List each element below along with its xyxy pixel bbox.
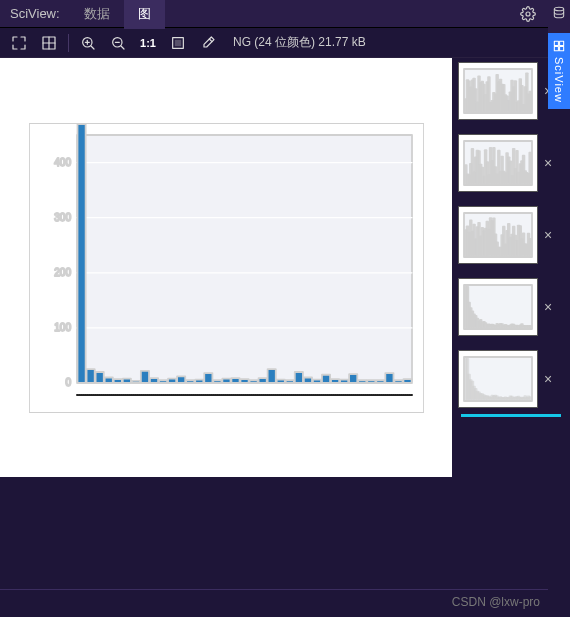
svg-rect-29 bbox=[149, 378, 157, 383]
svg-rect-57 bbox=[403, 379, 411, 383]
svg-line-11 bbox=[121, 46, 124, 49]
svg-rect-34 bbox=[195, 379, 203, 382]
svg-rect-48 bbox=[321, 374, 329, 382]
svg-rect-270 bbox=[554, 41, 558, 45]
svg-rect-30 bbox=[158, 380, 166, 383]
watermark-text: CSDN @lxw-pro bbox=[452, 595, 540, 609]
status-text: NG (24 位颜色) 21.77 kB bbox=[233, 34, 366, 51]
svg-rect-53 bbox=[367, 380, 375, 383]
main-histogram-chart: 0100200300400 bbox=[29, 123, 424, 413]
toolbar: 1:1 NG (24 位颜色) 21.77 kB bbox=[0, 28, 570, 58]
thumbnail-close-icon[interactable]: × bbox=[538, 350, 558, 408]
svg-rect-28 bbox=[140, 370, 148, 382]
svg-rect-23 bbox=[95, 371, 103, 382]
settings-icon[interactable] bbox=[514, 0, 542, 28]
thumbnail-close-icon[interactable]: × bbox=[538, 278, 558, 336]
tab-plot[interactable]: 图 bbox=[124, 0, 165, 29]
svg-rect-50 bbox=[340, 379, 348, 382]
svg-text:200: 200 bbox=[54, 266, 71, 277]
thumbnail-item[interactable] bbox=[458, 62, 538, 120]
grid-icon[interactable] bbox=[36, 30, 62, 56]
svg-rect-52 bbox=[358, 380, 366, 383]
svg-rect-36 bbox=[213, 380, 221, 383]
svg-rect-31 bbox=[168, 378, 176, 382]
svg-rect-271 bbox=[560, 41, 564, 45]
sciview-toolwindow-button[interactable]: SciView bbox=[548, 33, 570, 109]
sciview-label: SciView bbox=[553, 57, 565, 103]
thumbnail-item[interactable] bbox=[458, 134, 538, 192]
thumbnail-row: × bbox=[452, 278, 570, 336]
svg-rect-54 bbox=[376, 380, 384, 383]
svg-text:400: 400 bbox=[54, 156, 71, 167]
svg-rect-27 bbox=[131, 380, 139, 382]
thumbnail-close-icon[interactable]: × bbox=[538, 206, 558, 264]
svg-rect-104 bbox=[529, 92, 531, 111]
svg-rect-24 bbox=[104, 377, 112, 383]
zoom-in-icon[interactable] bbox=[75, 30, 101, 56]
app-title: SciView: bbox=[0, 6, 70, 21]
svg-rect-45 bbox=[294, 371, 302, 382]
thumbnail-close-icon[interactable]: × bbox=[538, 134, 558, 192]
svg-rect-33 bbox=[186, 380, 194, 383]
thumbnail-row: × bbox=[452, 134, 570, 192]
svg-rect-46 bbox=[303, 377, 311, 383]
svg-rect-49 bbox=[331, 379, 339, 383]
thumbnail-item[interactable] bbox=[458, 278, 538, 336]
svg-rect-38 bbox=[231, 378, 239, 383]
toggle-frame-icon[interactable] bbox=[165, 30, 191, 56]
svg-rect-273 bbox=[560, 47, 564, 51]
svg-rect-32 bbox=[177, 376, 185, 383]
color-picker-icon[interactable] bbox=[195, 30, 221, 56]
svg-rect-55 bbox=[385, 373, 393, 383]
svg-rect-26 bbox=[122, 378, 130, 382]
svg-text:0: 0 bbox=[65, 377, 71, 388]
tab-data[interactable]: 数据 bbox=[70, 0, 124, 29]
svg-line-8 bbox=[91, 46, 94, 49]
svg-rect-41 bbox=[258, 378, 266, 383]
svg-rect-22 bbox=[86, 369, 94, 383]
svg-rect-227 bbox=[529, 326, 531, 327]
svg-rect-13 bbox=[175, 40, 180, 45]
plot-viewer[interactable]: 0100200300400 bbox=[0, 58, 452, 477]
zoom-out-icon[interactable] bbox=[105, 30, 131, 56]
svg-point-0 bbox=[526, 12, 530, 16]
database-label: 数据库 bbox=[552, 24, 567, 27]
thumbnail-rail: ××××× bbox=[452, 58, 570, 617]
thumbnail-row: × bbox=[452, 350, 570, 408]
svg-rect-51 bbox=[349, 374, 357, 383]
thumbnail-item[interactable] bbox=[458, 350, 538, 408]
svg-rect-268 bbox=[529, 397, 531, 399]
svg-rect-43 bbox=[276, 379, 284, 382]
svg-rect-35 bbox=[204, 373, 212, 383]
main-area: 0100200300400 ××××× bbox=[0, 58, 570, 617]
svg-rect-56 bbox=[394, 380, 402, 383]
svg-rect-145 bbox=[529, 153, 531, 183]
titlebar: SciView: 数据 图 bbox=[0, 0, 570, 28]
svg-rect-44 bbox=[285, 380, 293, 383]
svg-rect-47 bbox=[312, 379, 320, 382]
thumbnail-item[interactable] bbox=[458, 206, 538, 264]
right-toolstrip: 数据库 SciView bbox=[548, 0, 570, 109]
svg-rect-15 bbox=[77, 135, 412, 383]
svg-rect-21 bbox=[77, 123, 85, 382]
svg-rect-39 bbox=[240, 379, 248, 383]
svg-rect-37 bbox=[222, 378, 230, 382]
thumbnail-selection-indicator bbox=[461, 414, 561, 417]
thumbnail-row: × bbox=[452, 206, 570, 264]
svg-rect-272 bbox=[554, 47, 558, 51]
svg-rect-40 bbox=[249, 380, 257, 383]
svg-text:100: 100 bbox=[54, 321, 71, 332]
database-toolwindow-button[interactable]: 数据库 bbox=[548, 0, 570, 33]
fit-screen-icon[interactable] bbox=[6, 30, 32, 56]
svg-text:300: 300 bbox=[54, 211, 71, 222]
zoom-actual-button[interactable]: 1:1 bbox=[135, 30, 161, 56]
svg-rect-25 bbox=[113, 379, 121, 383]
svg-point-269 bbox=[554, 7, 563, 10]
svg-rect-186 bbox=[529, 239, 531, 255]
svg-rect-42 bbox=[267, 369, 275, 383]
